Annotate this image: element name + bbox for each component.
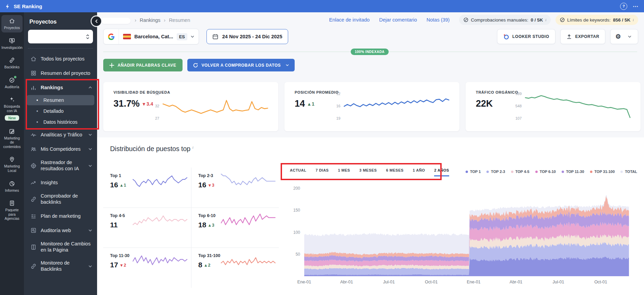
rail-item-paquete-para-agencias[interactable]: Paquete para Agencias (1, 197, 23, 223)
location-label: Barcelona, Cat... (134, 34, 173, 39)
bullet-icon: • (35, 97, 40, 103)
legend-top-4-5[interactable]: TOP 4-5 (511, 170, 529, 174)
legend-top-1[interactable]: TOP 1 (466, 170, 481, 174)
local-marketing-icon (9, 156, 15, 163)
minicard-top-6-10[interactable]: Top 6-1018▴ 3 (191, 208, 279, 248)
backlink-monitor-icon (30, 263, 37, 270)
minicard-delta: ▾ 3 (209, 183, 214, 188)
settings-button[interactable]: ⚙ (610, 29, 638, 44)
chevron-down-icon (190, 35, 194, 39)
sidebar-item-label: Todos los proyectos (41, 56, 92, 62)
recheck-data-button[interactable]: VOLVER A COMPROBAR LOS DATOS (187, 59, 295, 71)
legend-top-2-3[interactable]: TOP 2-3 (486, 170, 505, 174)
keyword-limits-value: 856 / 5K (613, 17, 630, 23)
sidebar-item-rastreador-de-resultados-con-ia[interactable]: Rastreador de resultados con IA (27, 157, 94, 175)
gear-icon: ⚙ (615, 33, 621, 40)
info-superscript[interactable]: i (633, 18, 634, 22)
sidebar-item-mis-competidores[interactable]: Mis Competidores (27, 142, 94, 156)
manual-checks-label: Comprobaciones manuales: (471, 17, 528, 23)
date-range-picker[interactable]: 24 Nov 2025 - 24 Dic 2025 (206, 29, 288, 44)
legend-dot (620, 171, 623, 173)
minicard-sparkline (131, 251, 189, 272)
rail-item-informes[interactable]: Informes (1, 178, 23, 195)
chevron-down-icon (88, 264, 92, 268)
minicard-top-11-30[interactable]: Top 11-3017▾ 2 (103, 248, 191, 288)
guest-link[interactable]: Enlace de invitado (329, 17, 370, 23)
looker-studio-button[interactable]: LOOKER STUDIO (497, 29, 555, 44)
legend-total[interactable]: TOTAL (620, 170, 637, 174)
rail-item-b-squeda-con-ia[interactable]: Búsqueda con IANew (1, 94, 23, 123)
add-keywords-button[interactable]: AÑADIR PALABRAS CLAVE (103, 59, 183, 71)
new-badge: New (5, 115, 19, 121)
keyword-limits-pill[interactable]: Límites de keywords: 856 / 5K i (555, 15, 638, 25)
legend-label: TOP 11-30 (566, 170, 584, 174)
tab-7-dias[interactable]: 7 DIAS (316, 168, 328, 176)
tab-actual[interactable]: ACTUAL (290, 168, 306, 176)
minicard-top-2-3[interactable]: Top 2-316▾ 3 (191, 168, 279, 208)
sidebar-item-resumen[interactable]: •Resumen (27, 95, 94, 105)
legend-top-6-10[interactable]: TOP 6-10 (535, 170, 556, 174)
export-button[interactable]: EXPORTAR (560, 29, 606, 44)
agency-icon (9, 200, 15, 206)
manual-checks-pill[interactable]: Comprobaciones manuales: 0 / 5K i (459, 15, 551, 25)
sidebar-item-auditor-a-web[interactable]: Auditoría web (27, 224, 94, 237)
sidebar-collapse-button[interactable] (92, 16, 101, 26)
notes-link[interactable]: Notas (39) (427, 17, 450, 23)
help-icon[interactable]: ? (620, 3, 627, 10)
home-icon (30, 55, 37, 62)
rail-item-label: Proyectos (4, 26, 20, 30)
legend-top-11-30[interactable]: TOP 11-30 (562, 170, 584, 174)
comment-link[interactable]: Dejar comentario (379, 17, 417, 23)
legend-top-31-100[interactable]: TOP 31-100 (590, 170, 615, 174)
tab-3-meses[interactable]: 3 MESES (359, 168, 377, 176)
brand[interactable]: SE Ranking (0, 3, 42, 9)
tab-2-a-os[interactable]: 2 AÑOS (434, 168, 449, 176)
minicard-top-31-100[interactable]: Top 31-1008▴ 2 (191, 248, 279, 288)
sidebar-title: Proyectos (24, 18, 97, 30)
web-audit-icon (30, 227, 37, 234)
tab-6-meses[interactable]: 6 MESES (386, 168, 403, 176)
breadcrumb-rankings[interactable]: Rankings (140, 17, 160, 23)
sidebar-item-datos-hist-ricos[interactable]: •Datos históricos (27, 117, 94, 127)
rail-item-marketing-local[interactable]: Marketing Local (1, 153, 23, 175)
rail-item-backlinks[interactable]: Backlinks (1, 54, 23, 72)
sidebar-item-todos-los-proyectos[interactable]: Todos los proyectos (27, 52, 94, 66)
breadcrumb-sep: › (135, 17, 136, 23)
sidebar-item-monitoreo-de-backlinks[interactable]: Monitoreo de Backlinks (27, 257, 94, 276)
sidebar-item-resumen-del-proyecto[interactable]: Resumen del proyecto (27, 66, 94, 80)
rail-item-marketing-de-contenidos[interactable]: Marketing de contenidos (1, 125, 23, 151)
project-select[interactable] (28, 30, 93, 43)
metric-value: 31.7% (113, 98, 140, 109)
sidebar-item-detallado[interactable]: •Detallado (27, 106, 94, 116)
rail-item-label: Marketing de contenidos (2, 136, 22, 149)
export-label: EXPORTAR (575, 34, 600, 39)
minicard-top-4-5[interactable]: Top 4-511 (103, 208, 191, 248)
minicard-delta: ▴ 1 (120, 183, 126, 188)
more-menu-icon[interactable]: ⋯ (633, 3, 639, 10)
sidebar-item-label: Rastreador de resultados con IA (41, 160, 84, 172)
sidebar-item-monitoreo-de-cambios-en-la-p-gina[interactable]: Monitoreo de Cambios en la Página (27, 238, 94, 256)
distribution-title: Distribución de puestos top i (110, 145, 193, 153)
sidebar-item-insights[interactable]: Insights (27, 176, 94, 189)
info-superscript[interactable]: i (546, 18, 547, 22)
rail-item-investigaci-n[interactable]: Investigación (1, 35, 23, 52)
breadcrumb-project-pill[interactable] (101, 18, 131, 24)
search-engine-location-select[interactable]: Barcelona, Cat... ES (103, 29, 199, 44)
marketing-plan-icon (30, 213, 37, 219)
sidebar-item-comprobador-de-backlinks[interactable]: Comprobador de backlinks (27, 190, 94, 209)
minicard-top-1[interactable]: Top 116▴ 1 (103, 168, 191, 208)
tab-1-mes[interactable]: 1 MES (338, 168, 350, 176)
gauge-icon (464, 17, 468, 22)
rail-item-auditor-a[interactable]: Auditoría (1, 74, 23, 92)
sidebar-item-rankings[interactable]: Rankings (27, 81, 94, 94)
sidebar-item-plan-de-marketing[interactable]: Plan de marketing (27, 209, 94, 223)
breadcrumb-resumen[interactable]: Resumen (169, 17, 190, 23)
home-icon (9, 17, 15, 24)
metric-value: 14 (295, 98, 305, 109)
legend-label: TOP 4-5 (515, 170, 529, 174)
tab-1-a-o[interactable]: 1 AÑO (413, 168, 425, 176)
rail-item-proyectos[interactable]: Proyectos (1, 15, 23, 32)
minicard-sparkline (131, 211, 189, 232)
info-superscript[interactable]: i (192, 145, 193, 149)
sidebar-item-anal-ticas-y-tr-fico[interactable]: Analíticas y Tráfico (27, 128, 94, 142)
